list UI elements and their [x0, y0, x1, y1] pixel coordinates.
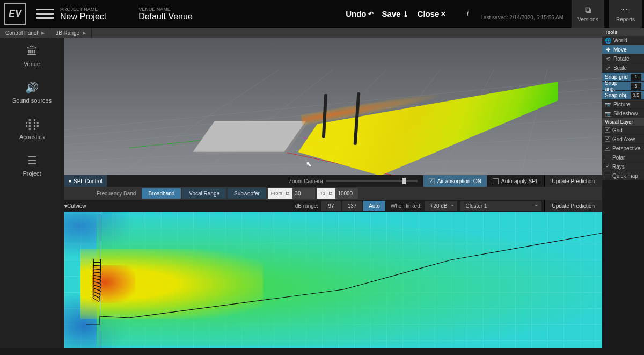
- snap-grid-input[interactable]: [631, 74, 641, 81]
- freq-broadband-button[interactable]: Broadband: [142, 188, 181, 199]
- checkbox-icon: [605, 127, 610, 133]
- versions-icon: ⧉: [585, 5, 591, 15]
- snap-angle-input[interactable]: [631, 83, 641, 90]
- freq-to-field: To Hz: [317, 188, 358, 199]
- logo-text: EV: [9, 8, 21, 19]
- project-name-block[interactable]: PROJECT NAME New Project: [60, 6, 106, 21]
- breadcrumb-db-range[interactable]: dB Range▶: [50, 28, 92, 38]
- zoom-camera-slider[interactable]: [326, 180, 418, 182]
- tool-picture[interactable]: 📷Picture: [602, 100, 644, 109]
- db-range-label: dB range:: [295, 203, 321, 209]
- last-saved-text: Last saved: 2/14/2020, 5:15:56 AM: [480, 15, 564, 20]
- undo-button[interactable]: Undo↶: [343, 9, 375, 18]
- visual-layer-header: Visual Layer: [602, 118, 644, 126]
- slider-thumb[interactable]: [402, 178, 406, 184]
- chevron-right-icon: ▶: [41, 31, 45, 35]
- venue-name-block[interactable]: VENUE NAME Default Venue: [138, 6, 193, 21]
- undo-icon: ↶: [368, 10, 374, 18]
- save-icon: ⭳: [402, 10, 409, 18]
- tool-rotate[interactable]: ⟲Rotate: [602, 54, 644, 63]
- checkbox-icon: [605, 136, 610, 142]
- tools-panel: Tools 🌐World ✥Move ⟲Rotate ⤢Scale Snap g…: [602, 28, 644, 180]
- globe-icon: 🌐: [605, 38, 611, 44]
- app-logo: EV: [4, 3, 26, 25]
- snap-obj-input[interactable]: [631, 92, 641, 99]
- menu-button[interactable]: [36, 5, 54, 23]
- tool-scale[interactable]: ⤢Scale: [602, 63, 644, 73]
- freq-subwoofer-button[interactable]: Subwoofer: [228, 188, 266, 199]
- layer-rays[interactable]: Rays: [602, 162, 644, 171]
- freq-to-input[interactable]: [335, 188, 358, 199]
- nav-acoustics[interactable]: ⢾⡷Acoustics: [0, 111, 64, 147]
- cutview-array: [93, 259, 101, 313]
- reports-icon: 〰: [621, 5, 630, 15]
- frequency-band-bar: Frequency Band Broadband Vocal Range Sub…: [64, 187, 602, 200]
- app-header: EV PROJECT NAME New Project VENUE NAME D…: [0, 0, 644, 28]
- spl-control-toggle[interactable]: ▾SPL Control: [64, 175, 107, 187]
- cutview-update-button[interactable]: Update Prediction: [544, 200, 603, 212]
- db-auto-button[interactable]: Auto: [363, 201, 385, 211]
- move-icon: ✥: [605, 47, 611, 53]
- tool-slideshow[interactable]: 📷Slideshow: [602, 109, 644, 118]
- air-absorption-toggle[interactable]: Air absorption: ON: [423, 175, 487, 187]
- checkbox-icon: [493, 178, 499, 184]
- nav-venue[interactable]: 🏛Venue: [0, 38, 64, 74]
- cluster-select[interactable]: Cluster 1: [460, 201, 541, 211]
- checkbox-icon: [605, 146, 610, 151]
- checkbox-icon: [605, 155, 610, 160]
- checkbox-icon: [605, 164, 610, 169]
- layer-perspective[interactable]: Perspective: [602, 144, 644, 153]
- auto-apply-spl-toggle[interactable]: Auto-apply SPL: [487, 175, 544, 187]
- venue-icon: 🏛: [27, 45, 38, 57]
- checkbox-icon: [429, 178, 435, 184]
- camera-icon: 📷: [605, 102, 611, 107]
- layer-grid-axes[interactable]: Grid Axes: [602, 135, 644, 144]
- project-name-value: New Project: [60, 12, 106, 21]
- layer-grid[interactable]: Grid: [602, 126, 644, 135]
- close-button[interactable]: Close✕: [415, 9, 449, 18]
- db-range-high-input[interactable]: [342, 201, 362, 211]
- 3d-viewport[interactable]: ⬉: [64, 38, 602, 175]
- list-icon: ☰: [27, 154, 37, 167]
- frequency-band-label: Frequency Band: [97, 191, 136, 197]
- cutview-bar: ▾Cutview dB range: Auto When linked: +20…: [64, 200, 602, 212]
- breadcrumb-control-panel[interactable]: Control Panel▶: [0, 28, 50, 38]
- save-button[interactable]: Save⭳: [380, 9, 411, 18]
- scale-icon: ⤢: [605, 65, 611, 71]
- cutview-toggle[interactable]: ▾Cutview: [64, 203, 86, 209]
- cutview-canvas[interactable]: [64, 212, 602, 348]
- project-name-label: PROJECT NAME: [60, 6, 106, 12]
- tool-snap-object[interactable]: Snap obj.: [602, 91, 644, 100]
- nav-sound-sources[interactable]: 🔊Sound sources: [0, 74, 64, 111]
- versions-tab[interactable]: ⧉Versions: [571, 0, 604, 28]
- zoom-camera-label: Zoom Camera: [289, 178, 326, 184]
- info-button[interactable]: i: [462, 9, 473, 18]
- freq-vocal-button[interactable]: Vocal Range: [182, 188, 226, 199]
- update-prediction-button[interactable]: Update Prediction: [544, 175, 603, 187]
- venue-name-value: Default Venue: [138, 12, 193, 21]
- tools-header: Tools: [602, 28, 644, 36]
- slideshow-icon: 📷: [605, 111, 611, 117]
- tool-world[interactable]: 🌐World: [602, 36, 644, 45]
- link-offset-select[interactable]: +20 dB: [425, 201, 457, 211]
- spl-control-bar: ▾SPL Control Zoom Camera Air absorption:…: [64, 175, 602, 187]
- breadcrumb: Control Panel▶ dB Range▶: [0, 28, 644, 38]
- checkbox-icon: [605, 173, 610, 178]
- rotate-icon: ⟲: [605, 56, 611, 62]
- left-nav: 🏛Venue 🔊Sound sources ⢾⡷Acoustics ☰Proje…: [0, 38, 64, 355]
- tool-move[interactable]: ✥Move: [602, 45, 644, 54]
- reports-tab[interactable]: 〰Reports: [609, 0, 642, 28]
- tool-snap-angle[interactable]: Snap ang.: [602, 82, 644, 91]
- when-linked-label: When linked:: [391, 203, 422, 209]
- speaker-icon: 🔊: [25, 81, 39, 94]
- nav-project[interactable]: ☰Project: [0, 147, 64, 184]
- close-icon: ✕: [441, 10, 446, 18]
- freq-from-input[interactable]: [292, 188, 315, 199]
- db-range-low-input[interactable]: [321, 201, 341, 211]
- waveform-icon: ⢾⡷: [24, 118, 40, 131]
- chevron-down-icon: ▾: [69, 178, 71, 184]
- layer-polar[interactable]: Polar: [602, 153, 644, 162]
- layer-quick-map[interactable]: Quick map: [602, 171, 644, 180]
- freq-from-field: From Hz: [268, 188, 316, 199]
- venue-name-label: VENUE NAME: [138, 6, 193, 12]
